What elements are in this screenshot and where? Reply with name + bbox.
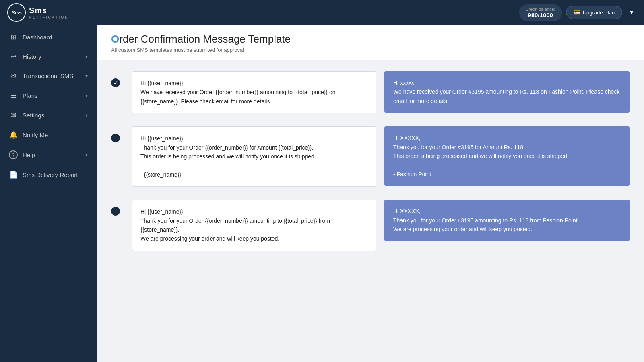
page-title-rest: rder Confirmation Message Template: [119, 33, 291, 45]
sidebar: ⊞ Dashboard ↩ History ▾ ✉ Transactional …: [0, 25, 97, 362]
radio-col-3: [111, 200, 124, 216]
preview-text-1: Hi xxxxx, We have received your Order #3…: [393, 80, 619, 104]
template-row: Hi {{user_name}}, We have received your …: [111, 71, 630, 113]
sidebar-item-label: History: [23, 53, 80, 60]
page-subtitle: All custom SMS templates must be submite…: [111, 47, 630, 53]
template-row: Hi {{user_name}}, Thank you for your Ord…: [111, 126, 630, 187]
sidebar-item-label: Transactional SMS: [23, 72, 80, 79]
sidebar-item-notify[interactable]: 🔔 Notify Me: [0, 125, 97, 145]
dashboard-icon: ⊞: [9, 33, 18, 41]
logo-area: Sms Sms NOTIFICATION: [7, 3, 69, 22]
chevron-down-icon: ▾: [85, 152, 88, 158]
sidebar-item-label: Sms Delivery Report: [23, 171, 88, 178]
logo-sms-big: Sms: [29, 6, 69, 15]
template-row: Hi {{user_name}}, Thank you for your Ord…: [111, 200, 630, 251]
top-header: Sms Sms NOTIFICATION Credit balance: 980…: [0, 0, 644, 25]
preview-card-2: Hi XXXXX, Thank you for your Order #3195…: [384, 126, 630, 186]
template-card-3[interactable]: Hi {{user_name}}, Thank you for your Ord…: [132, 200, 376, 251]
chevron-down-icon: ▾: [85, 113, 88, 118]
logo-notification: NOTIFICATION: [29, 15, 69, 20]
sidebar-item-dashboard[interactable]: ⊞ Dashboard: [0, 27, 97, 47]
settings-icon: ✉: [9, 111, 18, 119]
credit-badge: Credit balance: 980/1000: [519, 4, 562, 21]
sidebar-item-label: Dashboard: [23, 34, 88, 41]
template-text-1: Hi {{user_name}}, We have received your …: [140, 80, 336, 105]
header-dropdown-arrow[interactable]: ▼: [626, 9, 637, 16]
chevron-down-icon: ▾: [85, 73, 88, 79]
chevron-down-icon: ▾: [85, 93, 88, 99]
sidebar-item-help[interactable]: ? Help ▾: [0, 145, 97, 165]
delivery-icon: 📄: [9, 171, 18, 179]
sidebar-item-label: Notify Me: [23, 132, 88, 138]
notify-icon: 🔔: [9, 131, 18, 139]
preview-card-3: Hi XXXXX, Thank you for your Order #3195…: [384, 200, 630, 241]
sidebar-item-plans[interactable]: ☰ Plans ▾: [0, 86, 97, 105]
template-text-3: Hi {{user_name}}, Thank you for your Ord…: [140, 208, 330, 242]
page-title-first-letter: O: [111, 33, 119, 45]
radio-button-2[interactable]: [111, 134, 120, 142]
templates-area: Hi {{user_name}}, We have received your …: [97, 60, 644, 275]
sidebar-item-label: Settings: [23, 112, 80, 119]
preview-text-2: Hi XXXXX, Thank you for your Order #3195…: [393, 135, 569, 177]
logo-text: Sms NOTIFICATION: [29, 6, 69, 20]
main-content: Order Confirmation Message Template All …: [97, 25, 644, 362]
upgrade-button[interactable]: 💳 Upgrade Plan: [566, 6, 623, 19]
credit-amount: 980/1000: [528, 12, 553, 19]
sidebar-item-settings[interactable]: ✉ Settings ▾: [0, 105, 97, 125]
radio-button-3[interactable]: [111, 207, 120, 216]
radio-col-1: [111, 71, 124, 87]
template-text-2: Hi {{user_name}}, Thank you for your Ord…: [140, 135, 316, 178]
header-right: Credit balance: 980/1000 💳 Upgrade Plan …: [519, 4, 637, 21]
sidebar-item-delivery[interactable]: 📄 Sms Delivery Report: [0, 165, 97, 185]
sidebar-item-transactional[interactable]: ✉ Transactional SMS ▾: [0, 66, 97, 86]
transactional-icon: ✉: [9, 72, 18, 80]
sidebar-item-label: Help: [23, 152, 80, 158]
sidebar-item-history[interactable]: ↩ History ▾: [0, 47, 97, 66]
history-icon: ↩: [9, 53, 18, 60]
template-card-2[interactable]: Hi {{user_name}}, Thank you for your Ord…: [132, 126, 376, 187]
sidebar-item-label: Plans: [23, 92, 80, 99]
page-title: Order Confirmation Message Template: [111, 33, 630, 45]
card-icon: 💳: [574, 9, 580, 16]
template-card-1[interactable]: Hi {{user_name}}, We have received your …: [132, 71, 376, 113]
preview-card-1: Hi xxxxx, We have received your Order #3…: [384, 71, 630, 113]
page-header: Order Confirmation Message Template All …: [97, 25, 644, 60]
radio-col-2: [111, 126, 124, 142]
app-body: ⊞ Dashboard ↩ History ▾ ✉ Transactional …: [0, 25, 644, 362]
credit-label: Credit balance:: [526, 7, 555, 12]
chevron-down-icon: ▾: [85, 54, 88, 60]
upgrade-label: Upgrade Plan: [583, 10, 615, 16]
help-icon: ?: [9, 150, 18, 159]
radio-button-1[interactable]: [111, 78, 120, 87]
plans-icon: ☰: [9, 91, 18, 100]
preview-text-3: Hi XXXXX, Thank you for your Order #3195…: [393, 208, 579, 232]
logo-icon: Sms: [7, 3, 26, 22]
